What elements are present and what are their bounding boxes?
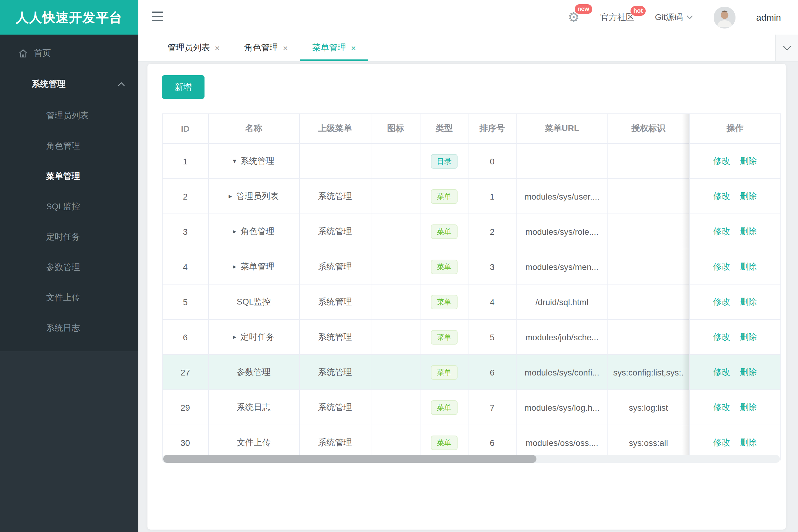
cell-parent-menu: 系统管理 xyxy=(299,284,371,319)
username-label[interactable]: admin xyxy=(756,12,781,22)
cell-id: 5 xyxy=(163,284,208,319)
sidebar-section-system[interactable]: 系统管理 xyxy=(0,69,138,100)
column-header: 授权标识 xyxy=(608,114,689,144)
tab-菜单管理[interactable]: 菜单管理× xyxy=(300,35,368,61)
cell-actions: 修改删除 xyxy=(689,144,780,179)
sidebar-item[interactable]: 文件上传 xyxy=(0,282,138,312)
cell-icon xyxy=(371,284,421,319)
cell-menu-url: modules/sys/log.h... xyxy=(516,390,608,425)
sidebar-item[interactable]: 角色管理 xyxy=(0,130,138,161)
collapse-icon[interactable]: ▾ xyxy=(233,157,236,165)
delete-link[interactable]: 删除 xyxy=(740,191,757,201)
cell-actions: 修改删除 xyxy=(689,214,780,249)
close-icon[interactable]: × xyxy=(283,43,287,53)
edit-link[interactable]: 修改 xyxy=(713,367,730,376)
table-row[interactable]: 30文件上传系统管理菜单6modules/oss/oss....sys:oss:… xyxy=(163,425,780,460)
cell-name: ▸菜单管理 xyxy=(208,249,299,284)
topbar-right: ⚙ new 官方社区 hot Git源码 xyxy=(568,0,781,35)
gear-icon[interactable]: ⚙ new xyxy=(568,11,579,24)
sidebar-item[interactable]: 系统日志 xyxy=(0,312,138,343)
expand-icon[interactable]: ▸ xyxy=(233,262,236,270)
menu-name: 定时任务 xyxy=(241,331,275,341)
sidebar-item-home[interactable]: 首页 xyxy=(0,38,138,69)
delete-link[interactable]: 删除 xyxy=(740,156,757,165)
cell-parent-menu: 系统管理 xyxy=(299,179,371,214)
cell-order: 6 xyxy=(468,425,516,460)
table-row[interactable]: 1▾系统管理目录0修改删除 xyxy=(163,144,780,179)
close-icon[interactable]: × xyxy=(215,43,220,53)
menu-name: 菜单管理 xyxy=(241,261,275,271)
delete-link[interactable]: 删除 xyxy=(740,367,757,376)
cell-menu-url: modules/job/sche... xyxy=(516,319,608,355)
expand-icon[interactable]: ▸ xyxy=(233,333,236,341)
cell-id: 3 xyxy=(163,214,208,249)
sidebar-item[interactable]: SQL监控 xyxy=(0,191,138,222)
edit-link[interactable]: 修改 xyxy=(713,331,730,341)
table-row[interactable]: 27参数管理系统管理菜单6modules/sys/confi...sys:con… xyxy=(163,355,780,390)
cell-actions: 修改删除 xyxy=(689,390,780,425)
hamburger-menu-icon[interactable] xyxy=(152,12,163,21)
type-badge: 菜单 xyxy=(431,294,458,309)
edit-link[interactable]: 修改 xyxy=(713,437,730,447)
new-badge: new xyxy=(574,3,593,14)
cell-perms xyxy=(608,144,689,179)
tab-角色管理[interactable]: 角色管理× xyxy=(232,35,300,61)
cell-name: ▾系统管理 xyxy=(208,144,299,179)
table-row[interactable]: 5SQL监控系统管理菜单4/druid/sql.html修改删除 xyxy=(163,284,780,319)
expand-icon[interactable]: ▸ xyxy=(233,227,236,235)
cell-menu-url: modules/sys/men... xyxy=(516,249,608,284)
tabbar-collapse-button[interactable] xyxy=(775,35,798,61)
delete-link[interactable]: 删除 xyxy=(740,261,757,271)
tab-list: 管理员列表×角色管理×菜单管理× xyxy=(155,35,368,61)
edit-link[interactable]: 修改 xyxy=(713,156,730,165)
user-avatar[interactable] xyxy=(713,6,736,28)
horizontal-scrollbar xyxy=(162,455,780,463)
app-window: 人人快速开发平台 首页 系统管理 管理员列表角色管理菜单管理SQL监控定时任务 xyxy=(0,0,798,532)
delete-link[interactable]: 删除 xyxy=(740,437,757,447)
delete-link[interactable]: 删除 xyxy=(740,402,757,412)
cell-id: 27 xyxy=(163,355,208,390)
edit-link[interactable]: 修改 xyxy=(713,296,730,306)
edit-link[interactable]: 修改 xyxy=(713,261,730,271)
menu-name: SQL监控 xyxy=(237,296,271,306)
chevron-down-icon xyxy=(782,45,791,51)
cell-type: 菜单 xyxy=(421,179,468,214)
menu-name: 系统日志 xyxy=(237,402,271,412)
table-row[interactable]: 3▸角色管理系统管理菜单2modules/sys/role....修改删除 xyxy=(163,214,780,249)
column-header: ID xyxy=(163,114,208,144)
column-header: 名称 xyxy=(208,114,299,144)
sidebar-item[interactable]: 参数管理 xyxy=(0,252,138,282)
table-row[interactable]: 2▸管理员列表系统管理菜单1modules/sys/user....修改删除 xyxy=(163,179,780,214)
app-logo: 人人快速开发平台 xyxy=(0,0,138,35)
sidebar-submenu: 管理员列表角色管理菜单管理SQL监控定时任务参数管理文件上传系统日志 xyxy=(0,100,138,343)
git-source-dropdown[interactable]: Git源码 xyxy=(655,12,693,23)
delete-link[interactable]: 删除 xyxy=(740,296,757,306)
close-icon[interactable]: × xyxy=(351,43,356,53)
table-row[interactable]: 29系统日志系统管理菜单7modules/sys/log.h...sys:log… xyxy=(163,390,780,425)
delete-link[interactable]: 删除 xyxy=(740,226,757,236)
edit-link[interactable]: 修改 xyxy=(713,402,730,412)
cell-parent-menu: 系统管理 xyxy=(299,355,371,390)
cell-name: 系统日志 xyxy=(208,390,299,425)
table-row[interactable]: 6▸定时任务系统管理菜单5modules/job/sche...修改删除 xyxy=(163,319,780,355)
cell-perms xyxy=(608,319,689,355)
tab-管理员列表[interactable]: 管理员列表× xyxy=(155,35,232,61)
scrollbar-thumb[interactable] xyxy=(163,455,536,463)
cell-parent-menu xyxy=(299,144,371,179)
cell-actions: 修改删除 xyxy=(689,319,780,355)
cell-perms: sys:log:list xyxy=(608,390,689,425)
delete-link[interactable]: 删除 xyxy=(740,331,757,341)
sidebar-item[interactable]: 菜单管理 xyxy=(0,161,138,191)
sidebar-item[interactable]: 定时任务 xyxy=(0,222,138,252)
table-header-row: ID名称上级菜单图标类型排序号菜单URL授权标识操作 xyxy=(163,114,780,144)
sidebar-menu: 首页 系统管理 管理员列表角色管理菜单管理SQL监控定时任务参数管理文件上传系统… xyxy=(0,35,138,351)
table-row[interactable]: 4▸菜单管理系统管理菜单3modules/sys/men...修改删除 xyxy=(163,249,780,284)
edit-link[interactable]: 修改 xyxy=(713,191,730,201)
sidebar-item[interactable]: 管理员列表 xyxy=(0,100,138,130)
add-button[interactable]: 新增 xyxy=(162,75,204,99)
expand-icon[interactable]: ▸ xyxy=(228,192,232,200)
community-link[interactable]: 官方社区 hot xyxy=(600,12,634,23)
edit-link[interactable]: 修改 xyxy=(713,226,730,236)
cell-id: 4 xyxy=(163,249,208,284)
column-header: 类型 xyxy=(421,114,468,144)
